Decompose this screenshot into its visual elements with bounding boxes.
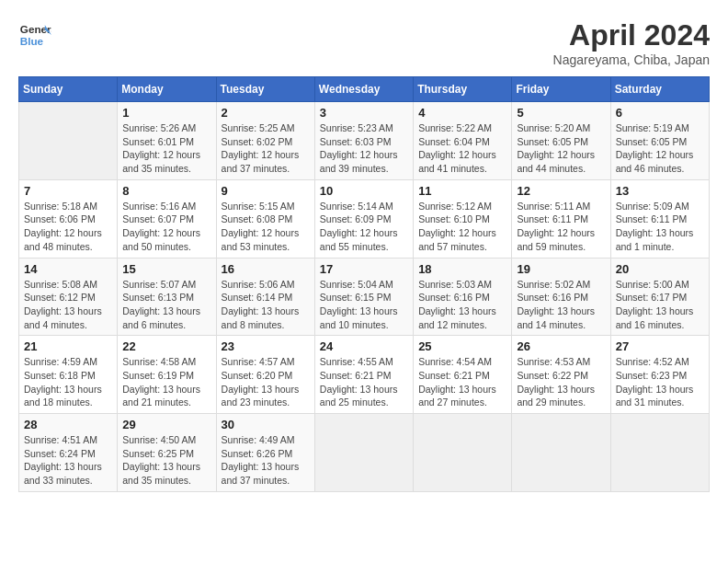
calendar-cell: 7Sunrise: 5:18 AM Sunset: 6:06 PM Daylig… [19, 179, 118, 258]
logo: General Blue [18, 18, 51, 52]
calendar-cell: 21Sunrise: 4:59 AM Sunset: 6:18 PM Dayli… [19, 336, 118, 414]
calendar-cell: 28Sunrise: 4:51 AM Sunset: 6:24 PM Dayli… [19, 414, 118, 492]
day-number: 12 [517, 184, 605, 198]
day-number: 8 [122, 184, 210, 198]
day-info: Sunrise: 4:54 AM Sunset: 6:21 PM Dayligh… [418, 355, 506, 409]
calendar-cell: 11Sunrise: 5:12 AM Sunset: 6:10 PM Dayli… [414, 179, 512, 258]
day-info: Sunrise: 5:16 AM Sunset: 6:07 PM Dayligh… [122, 200, 210, 254]
day-number: 17 [320, 262, 408, 276]
weekday-header-tuesday: Tuesday [216, 77, 314, 102]
day-number: 26 [517, 339, 605, 353]
calendar-cell: 12Sunrise: 5:11 AM Sunset: 6:11 PM Dayli… [512, 179, 610, 258]
day-number: 9 [222, 184, 310, 198]
day-number: 24 [320, 339, 408, 353]
day-info: Sunrise: 5:14 AM Sunset: 6:09 PM Dayligh… [320, 200, 408, 254]
calendar-cell: 6Sunrise: 5:19 AM Sunset: 6:05 PM Daylig… [610, 102, 709, 180]
day-info: Sunrise: 5:11 AM Sunset: 6:11 PM Dayligh… [517, 200, 605, 254]
calendar-cell [19, 102, 118, 180]
day-info: Sunrise: 5:00 AM Sunset: 6:17 PM Dayligh… [616, 278, 704, 332]
calendar-cell [512, 414, 610, 492]
day-number: 29 [122, 418, 210, 431]
location: Nagareyama, Chiba, Japan [553, 52, 710, 67]
day-info: Sunrise: 5:03 AM Sunset: 6:16 PM Dayligh… [418, 278, 506, 332]
calendar-cell: 18Sunrise: 5:03 AM Sunset: 6:16 PM Dayli… [414, 258, 512, 336]
calendar-cell: 13Sunrise: 5:09 AM Sunset: 6:11 PM Dayli… [610, 179, 709, 258]
calendar-cell: 24Sunrise: 4:55 AM Sunset: 6:21 PM Dayli… [314, 336, 413, 414]
day-info: Sunrise: 5:04 AM Sunset: 6:15 PM Dayligh… [320, 278, 408, 332]
calendar-cell: 23Sunrise: 4:57 AM Sunset: 6:20 PM Dayli… [216, 336, 314, 414]
weekday-header-monday: Monday [118, 77, 216, 102]
day-info: Sunrise: 5:20 AM Sunset: 6:05 PM Dayligh… [517, 121, 605, 176]
day-info: Sunrise: 4:53 AM Sunset: 6:22 PM Dayligh… [517, 355, 605, 409]
day-number: 27 [616, 339, 704, 353]
calendar-table: SundayMondayTuesdayWednesdayThursdayFrid… [18, 76, 710, 492]
calendar-cell: 20Sunrise: 5:00 AM Sunset: 6:17 PM Dayli… [610, 258, 709, 336]
calendar-cell: 2Sunrise: 5:25 AM Sunset: 6:02 PM Daylig… [216, 102, 314, 180]
day-number: 6 [616, 106, 704, 120]
week-row-5: 28Sunrise: 4:51 AM Sunset: 6:24 PM Dayli… [19, 414, 710, 492]
calendar-cell: 22Sunrise: 4:58 AM Sunset: 6:19 PM Dayli… [118, 336, 216, 414]
day-number: 1 [122, 106, 210, 120]
day-info: Sunrise: 4:59 AM Sunset: 6:18 PM Dayligh… [24, 355, 112, 409]
weekday-header-saturday: Saturday [610, 77, 709, 102]
day-number: 20 [616, 262, 704, 276]
week-row-4: 21Sunrise: 4:59 AM Sunset: 6:18 PM Dayli… [19, 336, 710, 414]
calendar-cell: 1Sunrise: 5:26 AM Sunset: 6:01 PM Daylig… [118, 102, 216, 180]
weekday-header-wednesday: Wednesday [314, 77, 413, 102]
day-info: Sunrise: 5:15 AM Sunset: 6:08 PM Dayligh… [222, 200, 310, 254]
day-info: Sunrise: 5:12 AM Sunset: 6:10 PM Dayligh… [418, 200, 506, 254]
logo-icon: General Blue [18, 18, 51, 52]
calendar-cell [610, 414, 709, 492]
calendar-cell: 10Sunrise: 5:14 AM Sunset: 6:09 PM Dayli… [314, 179, 413, 258]
day-number: 23 [222, 339, 310, 353]
calendar-cell: 17Sunrise: 5:04 AM Sunset: 6:15 PM Dayli… [314, 258, 413, 336]
day-number: 28 [24, 418, 112, 431]
calendar-cell: 14Sunrise: 5:08 AM Sunset: 6:12 PM Dayli… [19, 258, 118, 336]
day-info: Sunrise: 5:22 AM Sunset: 6:04 PM Dayligh… [418, 121, 506, 176]
page-header: General Blue April 2024 Nagareyama, Chib… [18, 18, 710, 67]
calendar-cell: 16Sunrise: 5:06 AM Sunset: 6:14 PM Dayli… [216, 258, 314, 336]
day-info: Sunrise: 4:51 AM Sunset: 6:24 PM Dayligh… [24, 433, 112, 488]
calendar-cell [414, 414, 512, 492]
day-info: Sunrise: 5:06 AM Sunset: 6:14 PM Dayligh… [222, 278, 310, 332]
calendar-cell: 29Sunrise: 4:50 AM Sunset: 6:25 PM Dayli… [118, 414, 216, 492]
week-row-2: 7Sunrise: 5:18 AM Sunset: 6:06 PM Daylig… [19, 179, 710, 258]
weekday-header-row: SundayMondayTuesdayWednesdayThursdayFrid… [19, 77, 710, 102]
calendar-cell: 30Sunrise: 4:49 AM Sunset: 6:26 PM Dayli… [216, 414, 314, 492]
day-info: Sunrise: 4:58 AM Sunset: 6:19 PM Dayligh… [122, 355, 210, 409]
calendar-cell: 27Sunrise: 4:52 AM Sunset: 6:23 PM Dayli… [610, 336, 709, 414]
day-number: 7 [24, 184, 112, 198]
weekday-header-sunday: Sunday [19, 77, 118, 102]
day-number: 10 [320, 184, 408, 198]
day-info: Sunrise: 4:50 AM Sunset: 6:25 PM Dayligh… [122, 433, 210, 488]
day-info: Sunrise: 5:25 AM Sunset: 6:02 PM Dayligh… [222, 121, 310, 176]
day-info: Sunrise: 5:23 AM Sunset: 6:03 PM Dayligh… [320, 121, 408, 176]
day-number: 13 [616, 184, 704, 198]
day-info: Sunrise: 5:09 AM Sunset: 6:11 PM Dayligh… [616, 200, 704, 254]
day-info: Sunrise: 4:57 AM Sunset: 6:20 PM Dayligh… [222, 355, 310, 409]
day-info: Sunrise: 5:08 AM Sunset: 6:12 PM Dayligh… [24, 278, 112, 332]
day-info: Sunrise: 5:26 AM Sunset: 6:01 PM Dayligh… [122, 121, 210, 176]
day-info: Sunrise: 4:55 AM Sunset: 6:21 PM Dayligh… [320, 355, 408, 409]
week-row-1: 1Sunrise: 5:26 AM Sunset: 6:01 PM Daylig… [19, 102, 710, 180]
day-number: 14 [24, 262, 112, 276]
day-info: Sunrise: 5:02 AM Sunset: 6:16 PM Dayligh… [517, 278, 605, 332]
day-info: Sunrise: 4:52 AM Sunset: 6:23 PM Dayligh… [616, 355, 704, 409]
day-number: 21 [24, 339, 112, 353]
calendar-cell: 19Sunrise: 5:02 AM Sunset: 6:16 PM Dayli… [512, 258, 610, 336]
calendar-cell: 5Sunrise: 5:20 AM Sunset: 6:05 PM Daylig… [512, 102, 610, 180]
day-info: Sunrise: 5:19 AM Sunset: 6:05 PM Dayligh… [616, 121, 704, 176]
day-info: Sunrise: 5:07 AM Sunset: 6:13 PM Dayligh… [122, 278, 210, 332]
day-number: 16 [222, 262, 310, 276]
day-info: Sunrise: 4:49 AM Sunset: 6:26 PM Dayligh… [222, 433, 310, 488]
month-title: April 2024 [553, 18, 710, 52]
day-number: 2 [222, 106, 310, 120]
calendar-cell: 8Sunrise: 5:16 AM Sunset: 6:07 PM Daylig… [118, 179, 216, 258]
day-number: 11 [418, 184, 506, 198]
svg-text:Blue: Blue [20, 35, 44, 47]
day-number: 15 [122, 262, 210, 276]
calendar-cell: 25Sunrise: 4:54 AM Sunset: 6:21 PM Dayli… [414, 336, 512, 414]
calendar-cell [314, 414, 413, 492]
calendar-cell: 26Sunrise: 4:53 AM Sunset: 6:22 PM Dayli… [512, 336, 610, 414]
day-number: 18 [418, 262, 506, 276]
